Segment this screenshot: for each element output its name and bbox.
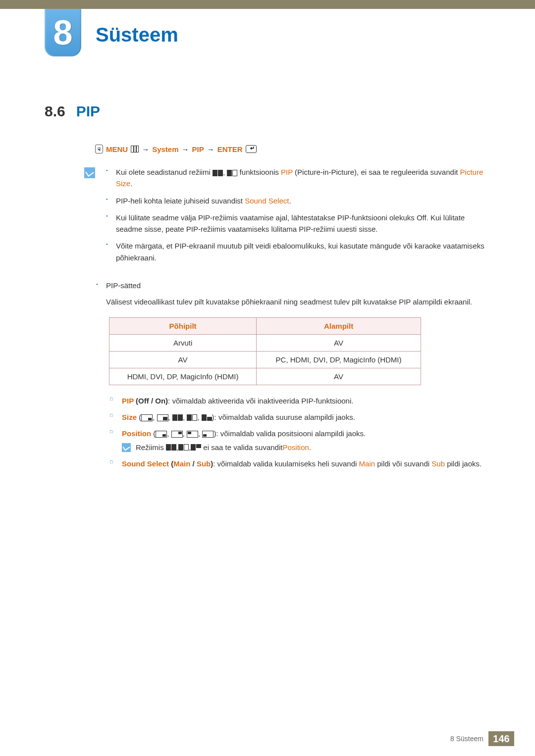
path-pip: PIP xyxy=(192,145,204,153)
footer-text: 8 Süsteem xyxy=(450,735,483,743)
note-icon xyxy=(122,443,131,452)
table-cell: AV xyxy=(257,334,421,351)
section-title: PIP xyxy=(76,103,100,120)
arrow: → xyxy=(207,145,214,153)
table-cell: AV xyxy=(109,351,257,368)
size-icon xyxy=(157,414,168,421)
note-item: PIP-heli kohta leiate juhiseid suvandist… xyxy=(104,195,490,206)
page-number: 146 xyxy=(488,731,514,746)
enter-icon xyxy=(246,145,257,153)
pip-mode-icon xyxy=(213,170,223,176)
options-list: PIP (Off / On): võimaldab aktiveerida võ… xyxy=(110,394,490,440)
table-row: HDMI, DVI, DP, MagicInfo (HDMI) AV xyxy=(109,368,421,385)
size-icon xyxy=(141,414,153,421)
menu-label: MENU xyxy=(106,145,128,153)
path-system: System xyxy=(152,145,178,153)
arrow: → xyxy=(182,145,189,153)
enter-label: ENTER xyxy=(217,145,243,153)
size-icon xyxy=(187,414,197,421)
list-item: PIP-sätted Välisest videoallikast tulev … xyxy=(95,279,490,308)
options-list-2: Sound Select (Main / Sub): võimaldab val… xyxy=(110,457,490,470)
menu-path: ☟ MENU → System → PIP → ENTER xyxy=(95,145,490,153)
position-icon xyxy=(171,431,183,438)
note-box: Kui olete seadistanud režiimi , funktsio… xyxy=(84,166,490,269)
pip-table: Põhipilt Alampilt Arvuti AV AV PC, HDMI,… xyxy=(109,317,421,385)
chapter-title: Süsteem xyxy=(96,24,178,46)
table-header: Põhipilt xyxy=(109,317,257,334)
mode-icon xyxy=(191,444,201,451)
page-header: 8 Süsteem xyxy=(0,9,535,58)
pip-mode-icon xyxy=(227,170,237,176)
position-icon xyxy=(156,431,167,438)
option-pip: PIP (Off / On): võimaldab aktiveerida võ… xyxy=(110,394,490,407)
size-icon xyxy=(202,414,212,421)
table-header: Alampilt xyxy=(257,317,421,334)
note-icon xyxy=(84,167,95,178)
chapter-number: 8 xyxy=(54,13,73,52)
option-size: Size (, , , , ): võimaldab valida suurus… xyxy=(110,410,490,424)
note-item: Kui lülitate seadme välja PIP-režiimis v… xyxy=(104,212,490,235)
size-icon xyxy=(172,414,183,421)
note-item: Võite märgata, et PIP-ekraanil muutub pi… xyxy=(104,240,490,263)
table-cell: Arvuti xyxy=(109,334,257,351)
note-list: Kui olete seadistanud režiimi , funktsio… xyxy=(104,166,490,269)
pip-settings-desc: Välisest videoallikast tulev pilt kuvata… xyxy=(106,295,490,308)
remote-icon: ☟ xyxy=(95,145,103,153)
table-row: Arvuti AV xyxy=(109,334,421,351)
position-note: Režiimis , , ei saa te valida suvandit P… xyxy=(122,443,490,452)
arrow: → xyxy=(142,145,149,153)
table-cell: PC, HDMI, DVI, DP, MagicInfo (HDMI) xyxy=(257,351,421,368)
menu-icon xyxy=(131,146,139,152)
main-content: 8.6 PIP ☟ MENU → System → PIP → ENTER Ku… xyxy=(0,58,535,470)
table-row: AV PC, HDMI, DVI, DP, MagicInfo (HDMI) xyxy=(109,351,421,368)
position-icon xyxy=(202,431,214,438)
section-number: 8.6 xyxy=(45,103,65,120)
top-bar xyxy=(0,0,535,9)
mode-icon xyxy=(178,444,189,451)
table-wrap: Põhipilt Alampilt Arvuti AV AV PC, HDMI,… xyxy=(109,317,421,385)
mode-icon xyxy=(166,444,176,451)
chapter-badge: 8 xyxy=(45,9,81,56)
pip-settings-title: PIP-sätted xyxy=(106,281,141,290)
option-sound: Sound Select (Main / Sub): võimaldab val… xyxy=(110,457,490,470)
note-item: Kui olete seadistanud režiimi , funktsio… xyxy=(104,166,490,190)
option-position: Position (, , , ): võimaldab valida posi… xyxy=(110,427,490,440)
position-icon xyxy=(187,431,198,438)
main-list: PIP-sätted Välisest videoallikast tulev … xyxy=(95,279,490,308)
table-cell: AV xyxy=(257,368,421,385)
section-heading: 8.6 PIP xyxy=(45,103,490,120)
page-footer: 8 Süsteem 146 xyxy=(450,731,514,746)
table-cell: HDMI, DVI, DP, MagicInfo (HDMI) xyxy=(109,368,257,385)
